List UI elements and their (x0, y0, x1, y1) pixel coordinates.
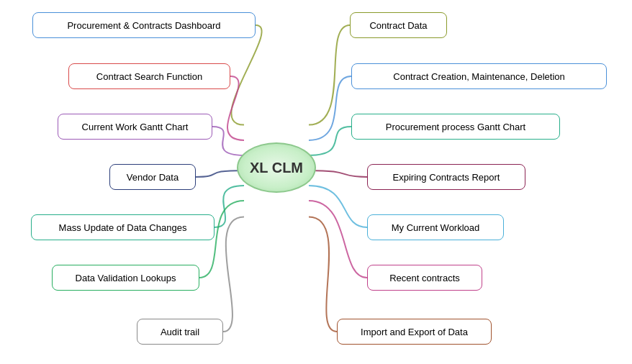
mass-update[interactable]: Mass Update of Data Changes (31, 214, 215, 240)
vendor-data[interactable]: Vendor Data (109, 164, 196, 190)
procurement-gantt[interactable]: Procurement process Gantt Chart (351, 114, 560, 140)
mind-map: XL CLMProcurement & Contracts DashboardC… (0, 0, 632, 364)
audit-trail[interactable]: Audit trail (137, 319, 223, 345)
center-node[interactable]: XL CLM (237, 142, 316, 193)
expiring-contracts[interactable]: Expiring Contracts Report (367, 164, 525, 190)
recent-contracts[interactable]: Recent contracts (367, 265, 482, 291)
contract-creation[interactable]: Contract Creation, Maintenance, Deletion (351, 63, 607, 89)
gantt-chart[interactable]: Current Work Gantt Chart (58, 114, 212, 140)
import-export[interactable]: Import and Export of Data (337, 319, 492, 345)
connections-svg (0, 0, 632, 364)
current-workload[interactable]: My Current Workload (367, 214, 504, 240)
contract-search[interactable]: Contract Search Function (68, 63, 230, 89)
data-validation[interactable]: Data Validation Lookups (52, 265, 199, 291)
procurement-dashboard[interactable]: Procurement & Contracts Dashboard (32, 12, 256, 38)
contract-data[interactable]: Contract Data (350, 12, 447, 38)
